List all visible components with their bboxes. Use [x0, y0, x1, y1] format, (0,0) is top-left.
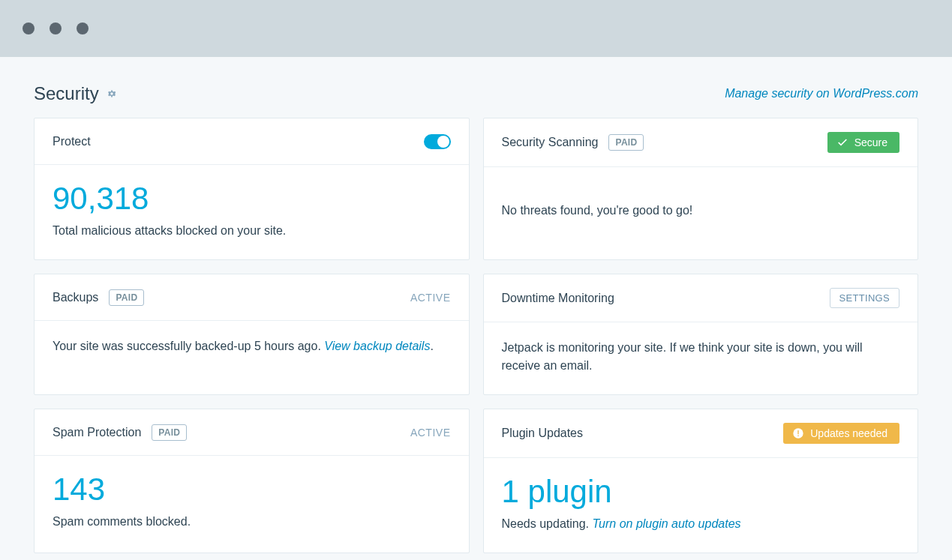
backups-card: Backups PAID ACTIVE Your site was succes… [34, 274, 470, 395]
protect-card-title: Protect [53, 135, 91, 148]
downtime-card: Downtime Monitoring SETTINGS Jetpack is … [483, 274, 919, 395]
page-title: Security [34, 83, 99, 104]
spam-desc: Spam comments blocked. [53, 513, 451, 531]
active-label: ACTIVE [410, 427, 451, 439]
gear-icon[interactable] [107, 88, 117, 99]
svg-rect-2 [798, 436, 799, 436]
plugins-card-title: Plugin Updates [502, 427, 584, 440]
dashboard-container: Security Manage security on WordPress.co… [0, 57, 952, 560]
protect-count: 90,318 [53, 181, 149, 216]
protect-toggle[interactable] [424, 134, 451, 149]
protect-desc: Total malicious attacks blocked on your … [53, 222, 286, 240]
scanning-card-title: Security Scanning [502, 136, 599, 149]
downtime-card-title: Downtime Monitoring [502, 292, 614, 305]
paid-badge: PAID [109, 289, 144, 306]
plugins-card: Plugin Updates Updates needed 1 plugin N… [483, 409, 919, 553]
cards-grid: Protect 90,318 Total malicious attacks b… [34, 118, 918, 553]
plugins-count: 1 plugin [502, 475, 900, 509]
traffic-light-dot [50, 22, 62, 34]
active-label: ACTIVE [410, 292, 451, 304]
svg-rect-1 [798, 430, 799, 434]
spam-card-title: Spam Protection [53, 426, 141, 439]
spam-count: 143 [53, 472, 451, 507]
alert-icon [792, 427, 804, 439]
check-icon [836, 136, 848, 148]
traffic-light-dot [77, 22, 89, 34]
downtime-settings-button[interactable]: SETTINGS [830, 288, 899, 308]
secure-status-text: Secure [854, 136, 887, 148]
updates-needed-text: Updates needed [810, 427, 887, 439]
backups-desc: Your site was successfully backed-up 5 h… [53, 337, 451, 355]
scanning-desc: No threats found, you're good to go! [502, 202, 693, 220]
scanning-card: Security Scanning PAID Secure No threats… [483, 118, 919, 260]
auto-updates-link[interactable]: Turn on plugin auto updates [592, 517, 740, 530]
traffic-light-dot [23, 22, 35, 34]
downtime-desc: Jetpack is monitoring your site. If we t… [502, 339, 900, 375]
page-header: Security Manage security on WordPress.co… [34, 83, 918, 104]
protect-card: Protect 90,318 Total malicious attacks b… [34, 118, 470, 260]
plugins-desc: Needs updating. Turn on plugin auto upda… [502, 515, 900, 533]
manage-security-link[interactable]: Manage security on WordPress.com [725, 87, 918, 100]
paid-badge: PAID [152, 424, 187, 441]
secure-status-badge: Secure [827, 132, 899, 153]
backups-card-title: Backups [53, 291, 98, 304]
spam-card: Spam Protection PAID ACTIVE 143 Spam com… [34, 409, 470, 553]
window-titlebar [0, 0, 952, 57]
updates-needed-badge: Updates needed [783, 423, 899, 444]
paid-badge: PAID [608, 134, 644, 151]
view-backup-details-link[interactable]: View backup details [324, 340, 430, 352]
